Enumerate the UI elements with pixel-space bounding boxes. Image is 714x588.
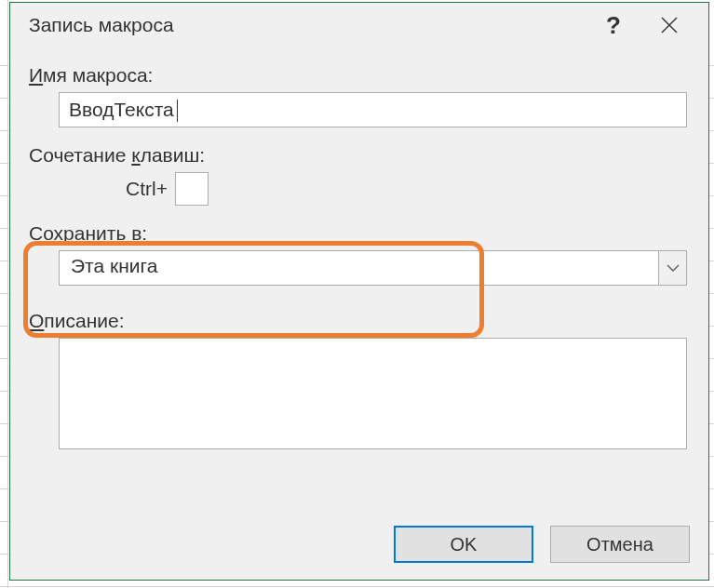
shortcut-label: Сочетание клавиш: [29, 144, 690, 167]
shortcut-key-input[interactable] [175, 172, 209, 206]
close-button[interactable] [641, 3, 697, 47]
cancel-button[interactable]: Отмена [550, 526, 690, 563]
macro-name-group: Имя макроса: [29, 64, 690, 127]
dialog-titlebar: Запись макроса ? [10, 3, 708, 47]
description-label: Описание: [29, 310, 690, 332]
ok-button[interactable]: OK [394, 526, 533, 563]
description-input[interactable] [59, 338, 687, 449]
macro-name-label: Имя макроса: [29, 64, 690, 87]
dialog-content: Имя макроса: Сочетание клавиш: Ctrl+ Сох… [10, 47, 708, 453]
help-button[interactable]: ? [586, 3, 641, 47]
text-caret [177, 100, 178, 122]
macro-name-input[interactable] [59, 92, 687, 127]
dialog-title: Запись макроса [29, 14, 586, 36]
record-macro-dialog: Запись макроса ? Имя макроса: Сочетание … [9, 2, 709, 581]
close-icon [660, 16, 679, 34]
save-in-select[interactable]: Эта книга [59, 250, 687, 286]
dialog-buttons: OK Отмена [394, 526, 690, 563]
save-in-label: Сохранить в: [29, 222, 690, 245]
save-in-group: Сохранить в: Эта книга [29, 222, 690, 286]
description-group: Описание: [29, 310, 690, 453]
shortcut-group: Сочетание клавиш: Ctrl+ [29, 144, 690, 206]
ctrl-plus-label: Ctrl+ [126, 178, 168, 200]
